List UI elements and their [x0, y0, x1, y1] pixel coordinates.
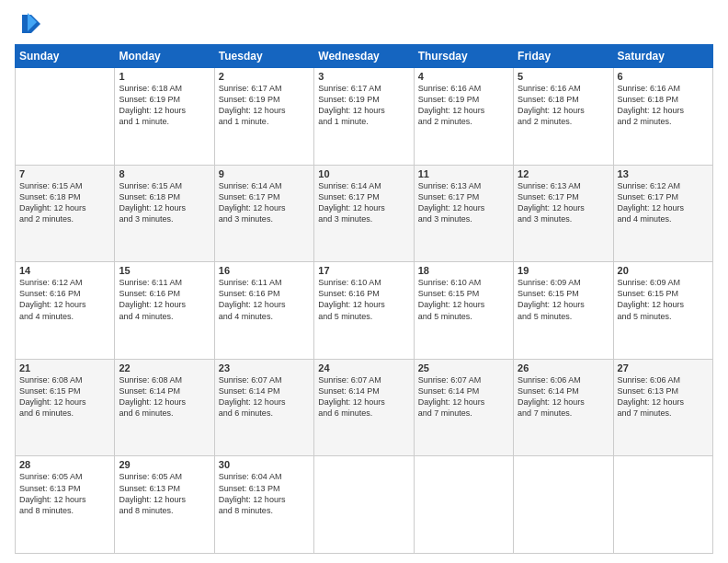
day-number: 10 — [318, 168, 409, 179]
calendar-cell: 20Sunrise: 6:09 AMSunset: 6:15 PMDayligh… — [613, 262, 712, 360]
day-info: Sunrise: 6:11 AMSunset: 6:16 PMDaylight:… — [119, 277, 210, 322]
day-number: 27 — [618, 362, 709, 373]
calendar-cell: 9Sunrise: 6:14 AMSunset: 6:17 PMDaylight… — [214, 165, 313, 262]
day-number: 9 — [219, 168, 310, 179]
calendar-cell: 7Sunrise: 6:15 AMSunset: 6:18 PMDaylight… — [16, 165, 115, 262]
day-number: 25 — [418, 362, 509, 373]
day-number: 19 — [518, 265, 609, 276]
calendar-body: 1Sunrise: 6:18 AMSunset: 6:19 PMDaylight… — [16, 68, 713, 554]
calendar-cell: 1Sunrise: 6:18 AMSunset: 6:19 PMDaylight… — [115, 68, 214, 166]
day-info: Sunrise: 6:06 AMSunset: 6:14 PMDaylight:… — [518, 374, 609, 419]
day-number: 30 — [219, 459, 310, 470]
day-number: 15 — [119, 265, 210, 276]
calendar-week-5: 28Sunrise: 6:05 AMSunset: 6:13 PMDayligh… — [16, 456, 713, 554]
calendar-cell: 16Sunrise: 6:11 AMSunset: 6:16 PMDayligh… — [214, 262, 313, 360]
day-info: Sunrise: 6:14 AMSunset: 6:17 PMDaylight:… — [219, 180, 310, 225]
calendar-cell: 27Sunrise: 6:06 AMSunset: 6:13 PMDayligh… — [613, 359, 712, 456]
day-info: Sunrise: 6:04 AMSunset: 6:13 PMDaylight:… — [219, 471, 310, 516]
calendar-cell — [613, 456, 712, 554]
day-info: Sunrise: 6:16 AMSunset: 6:19 PMDaylight:… — [418, 83, 509, 128]
calendar-cell: 11Sunrise: 6:13 AMSunset: 6:17 PMDayligh… — [414, 165, 513, 262]
calendar-cell — [514, 456, 613, 554]
calendar-cell: 19Sunrise: 6:09 AMSunset: 6:15 PMDayligh… — [514, 262, 613, 360]
calendar-cell: 24Sunrise: 6:07 AMSunset: 6:14 PMDayligh… — [314, 359, 414, 456]
calendar-cell: 3Sunrise: 6:17 AMSunset: 6:19 PMDaylight… — [314, 68, 414, 166]
calendar-week-1: 1Sunrise: 6:18 AMSunset: 6:19 PMDaylight… — [16, 68, 713, 166]
day-info: Sunrise: 6:17 AMSunset: 6:19 PMDaylight:… — [219, 83, 310, 128]
calendar-cell: 18Sunrise: 6:10 AMSunset: 6:15 PMDayligh… — [414, 262, 513, 360]
col-header-saturday: Saturday — [613, 45, 712, 68]
calendar-cell: 2Sunrise: 6:17 AMSunset: 6:19 PMDaylight… — [214, 68, 313, 166]
calendar-cell — [314, 456, 414, 554]
day-info: Sunrise: 6:14 AMSunset: 6:17 PMDaylight:… — [318, 180, 409, 225]
calendar-cell: 6Sunrise: 6:16 AMSunset: 6:18 PMDaylight… — [613, 68, 712, 166]
calendar-week-2: 7Sunrise: 6:15 AMSunset: 6:18 PMDaylight… — [16, 165, 713, 262]
day-number: 26 — [518, 362, 609, 373]
day-number: 21 — [19, 362, 110, 373]
calendar-cell: 23Sunrise: 6:07 AMSunset: 6:14 PMDayligh… — [214, 359, 313, 456]
day-info: Sunrise: 6:05 AMSunset: 6:13 PMDaylight:… — [19, 471, 110, 516]
day-info: Sunrise: 6:10 AMSunset: 6:16 PMDaylight:… — [318, 277, 409, 322]
day-info: Sunrise: 6:08 AMSunset: 6:15 PMDaylight:… — [19, 374, 110, 419]
calendar-week-3: 14Sunrise: 6:12 AMSunset: 6:16 PMDayligh… — [16, 262, 713, 360]
col-header-sunday: Sunday — [16, 45, 115, 68]
col-header-thursday: Thursday — [414, 45, 513, 68]
day-number: 11 — [418, 168, 509, 179]
calendar-cell: 4Sunrise: 6:16 AMSunset: 6:19 PMDaylight… — [414, 68, 513, 166]
day-number: 22 — [119, 362, 210, 373]
day-info: Sunrise: 6:17 AMSunset: 6:19 PMDaylight:… — [318, 83, 409, 128]
col-header-monday: Monday — [115, 45, 214, 68]
calendar-cell: 30Sunrise: 6:04 AMSunset: 6:13 PMDayligh… — [214, 456, 313, 554]
day-number: 24 — [318, 362, 409, 373]
day-info: Sunrise: 6:11 AMSunset: 6:16 PMDaylight:… — [219, 277, 310, 322]
day-info: Sunrise: 6:07 AMSunset: 6:14 PMDaylight:… — [418, 374, 509, 419]
day-number: 2 — [219, 71, 310, 82]
day-info: Sunrise: 6:12 AMSunset: 6:16 PMDaylight:… — [19, 277, 110, 322]
day-number: 17 — [318, 265, 409, 276]
logo-icon — [15, 11, 40, 37]
day-info: Sunrise: 6:09 AMSunset: 6:15 PMDaylight:… — [518, 277, 609, 322]
day-info: Sunrise: 6:16 AMSunset: 6:18 PMDaylight:… — [518, 83, 609, 128]
calendar-table: SundayMondayTuesdayWednesdayThursdayFrid… — [15, 44, 713, 554]
day-info: Sunrise: 6:15 AMSunset: 6:18 PMDaylight:… — [19, 180, 110, 225]
calendar-cell: 22Sunrise: 6:08 AMSunset: 6:14 PMDayligh… — [115, 359, 214, 456]
day-number: 4 — [418, 71, 509, 82]
day-number: 7 — [19, 168, 110, 179]
day-number: 20 — [618, 265, 709, 276]
day-number: 5 — [518, 71, 609, 82]
day-info: Sunrise: 6:09 AMSunset: 6:15 PMDaylight:… — [618, 277, 709, 322]
day-number: 1 — [119, 71, 210, 82]
day-number: 6 — [618, 71, 709, 82]
logo — [15, 11, 44, 37]
day-info: Sunrise: 6:07 AMSunset: 6:14 PMDaylight:… — [318, 374, 409, 419]
calendar-cell: 15Sunrise: 6:11 AMSunset: 6:16 PMDayligh… — [115, 262, 214, 360]
day-number: 13 — [618, 168, 709, 179]
day-info: Sunrise: 6:12 AMSunset: 6:17 PMDaylight:… — [618, 180, 709, 225]
calendar-header: SundayMondayTuesdayWednesdayThursdayFrid… — [16, 45, 713, 68]
day-info: Sunrise: 6:10 AMSunset: 6:15 PMDaylight:… — [418, 277, 509, 322]
day-number: 28 — [19, 459, 110, 470]
day-number: 29 — [119, 459, 210, 470]
day-info: Sunrise: 6:13 AMSunset: 6:17 PMDaylight:… — [418, 180, 509, 225]
day-info: Sunrise: 6:16 AMSunset: 6:18 PMDaylight:… — [618, 83, 709, 128]
day-info: Sunrise: 6:07 AMSunset: 6:14 PMDaylight:… — [219, 374, 310, 419]
calendar-cell: 29Sunrise: 6:05 AMSunset: 6:13 PMDayligh… — [115, 456, 214, 554]
calendar-cell: 28Sunrise: 6:05 AMSunset: 6:13 PMDayligh… — [16, 456, 115, 554]
calendar-cell: 21Sunrise: 6:08 AMSunset: 6:15 PMDayligh… — [16, 359, 115, 456]
calendar-cell: 13Sunrise: 6:12 AMSunset: 6:17 PMDayligh… — [613, 165, 712, 262]
calendar-cell: 25Sunrise: 6:07 AMSunset: 6:14 PMDayligh… — [414, 359, 513, 456]
day-number: 23 — [219, 362, 310, 373]
calendar-week-4: 21Sunrise: 6:08 AMSunset: 6:15 PMDayligh… — [16, 359, 713, 456]
day-info: Sunrise: 6:18 AMSunset: 6:19 PMDaylight:… — [119, 83, 210, 128]
day-number: 14 — [19, 265, 110, 276]
calendar-cell — [414, 456, 513, 554]
day-info: Sunrise: 6:15 AMSunset: 6:18 PMDaylight:… — [119, 180, 210, 225]
day-number: 18 — [418, 265, 509, 276]
calendar-cell: 5Sunrise: 6:16 AMSunset: 6:18 PMDaylight… — [514, 68, 613, 166]
col-header-tuesday: Tuesday — [214, 45, 313, 68]
calendar-cell: 10Sunrise: 6:14 AMSunset: 6:17 PMDayligh… — [314, 165, 414, 262]
calendar-cell — [16, 68, 115, 166]
day-number: 3 — [318, 71, 409, 82]
day-number: 16 — [219, 265, 310, 276]
calendar-cell: 12Sunrise: 6:13 AMSunset: 6:17 PMDayligh… — [514, 165, 613, 262]
